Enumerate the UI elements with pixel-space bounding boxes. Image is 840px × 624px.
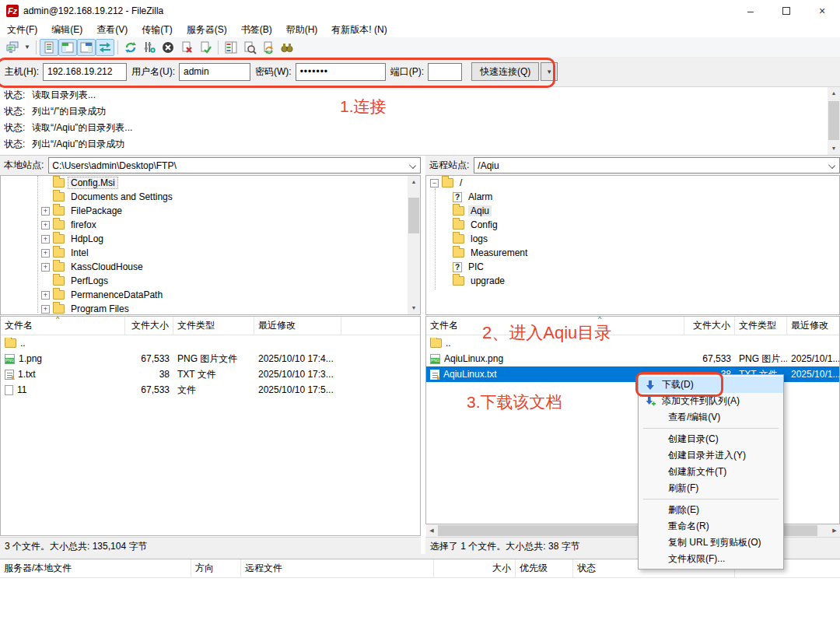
tree-item-program-files[interactable]: +Program Files: [1, 302, 420, 315]
reconnect-icon[interactable]: [196, 39, 215, 56]
file-row[interactable]: 1167,533文件2025/10/10 17:5...: [1, 382, 420, 398]
tree-expander-icon[interactable]: +: [41, 249, 50, 258]
username-input[interactable]: [179, 63, 250, 81]
menu-item-7[interactable]: 帮助(H): [279, 22, 325, 37]
tree-item-perflogs[interactable]: PerfLogs: [1, 274, 420, 288]
scroll-thumb[interactable]: [828, 101, 839, 140]
find-files-icon[interactable]: [240, 39, 259, 56]
chevron-down-icon: [409, 162, 416, 169]
scroll-down-icon[interactable]: ▼: [408, 302, 420, 314]
queue-column-5[interactable]: 优先级: [516, 559, 573, 577]
context-menu-item-12[interactable]: 复制 URL 到剪贴板(O): [639, 535, 783, 551]
scroll-thumb[interactable]: [408, 198, 419, 233]
tree-item-alarm[interactable]: ?Alarm: [426, 190, 839, 204]
maximize-button[interactable]: [768, 0, 804, 22]
minimize-button[interactable]: –: [733, 0, 768, 22]
file-row[interactable]: 1.png67,533PNG 图片文件2025/10/10 17:4...: [1, 351, 420, 366]
toggle-message-log-icon[interactable]: [40, 39, 58, 56]
scroll-left-icon[interactable]: ◀: [426, 524, 437, 537]
context-menu-item-8[interactable]: 刷新(F): [639, 480, 783, 496]
close-button[interactable]: ×: [804, 0, 840, 22]
tree-expander-icon[interactable]: −: [430, 179, 439, 188]
quickconnect-dropdown-button[interactable]: ▼: [541, 62, 558, 81]
context-menu-item-label: 文件权限(F)...: [668, 552, 725, 566]
local-tree-scrollbar[interactable]: ▲ ▼: [408, 176, 420, 314]
context-menu-item-13[interactable]: 文件权限(F)...: [639, 551, 783, 567]
context-menu-item-10[interactable]: 删除(E): [639, 502, 783, 518]
remote-site-combo[interactable]: /Aqiu: [474, 157, 840, 174]
tree-item-config[interactable]: Config: [426, 218, 839, 232]
tree-expander-icon[interactable]: +: [41, 263, 50, 272]
context-menu-item-1[interactable]: 下载(D): [639, 377, 783, 393]
column-header-2[interactable]: 文件大小: [684, 317, 735, 335]
message-log-scrollbar[interactable]: ▲ ▼: [828, 87, 840, 155]
scroll-down-icon[interactable]: ▼: [828, 142, 840, 155]
menu-item-1[interactable]: 文件(F): [0, 22, 44, 37]
menu-item-5[interactable]: 服务器(S): [180, 22, 234, 37]
column-header-2[interactable]: 文件大小: [125, 317, 173, 335]
tree-expander-icon[interactable]: +: [41, 305, 50, 314]
menu-item-4[interactable]: 传输(T): [135, 22, 179, 37]
tree-item-pic[interactable]: ?PIC: [426, 260, 839, 274]
tree-item-hdplog[interactable]: +HdpLog: [1, 232, 420, 246]
tree-item-firefox[interactable]: +firefox: [1, 218, 420, 232]
refresh-icon[interactable]: [121, 39, 140, 56]
queue-column-2[interactable]: 方向: [191, 559, 241, 577]
toggle-transfer-queue-icon[interactable]: [96, 39, 114, 56]
tree-item-aqiu[interactable]: Aqiu: [426, 204, 839, 218]
tree-item-filepackage[interactable]: +FilePackage: [1, 204, 420, 218]
file-row[interactable]: AqiuLinux.png67,533PNG 图片...2025/10/1...: [426, 351, 839, 366]
toggle-local-tree-icon[interactable]: [58, 39, 77, 56]
tree-expander-icon[interactable]: +: [41, 221, 50, 230]
scroll-right-icon[interactable]: ▶: [829, 524, 840, 537]
context-menu-item-3[interactable]: 查看/编辑(V): [639, 409, 783, 426]
tree-item-kasscloudhouse[interactable]: +KassCloudHouse: [1, 260, 420, 274]
directory-compare-icon[interactable]: [222, 39, 240, 56]
context-menu-item-2[interactable]: 添加文件到队列(A): [639, 393, 783, 409]
password-input[interactable]: [296, 63, 386, 81]
scroll-up-icon[interactable]: ▲: [408, 176, 420, 188]
process-queue-icon[interactable]: [140, 39, 159, 56]
tree-item--[interactable]: −/: [426, 176, 839, 190]
context-menu-item-11[interactable]: 重命名(R): [639, 518, 783, 535]
file-row[interactable]: ..: [1, 335, 420, 351]
context-menu-item-6[interactable]: 创建目录并进入(Y): [639, 447, 783, 464]
site-manager-dropdown[interactable]: ▼: [22, 39, 33, 56]
search-files-icon[interactable]: [278, 39, 296, 56]
context-menu-item-7[interactable]: 创建新文件(T): [639, 464, 783, 480]
port-input[interactable]: [428, 63, 462, 81]
tree-item-logs[interactable]: logs: [426, 232, 839, 246]
menu-item-2[interactable]: 编辑(E): [44, 22, 89, 37]
tree-item-documents-and-settings[interactable]: Documents and Settings: [1, 190, 420, 204]
file-row[interactable]: 1.txt38TXT 文件2025/10/10 17:3...: [1, 366, 420, 382]
tree-item-intel[interactable]: +Intel: [1, 246, 420, 260]
column-header-3[interactable]: 文件类型: [173, 317, 254, 335]
tree-item-measurement[interactable]: Measurement: [426, 246, 839, 260]
menu-item-8[interactable]: 有新版本! (N): [324, 22, 394, 37]
queue-column-1[interactable]: 服务器/本地文件: [0, 559, 191, 577]
column-header-4[interactable]: 最近修改: [787, 317, 840, 335]
queue-column-4[interactable]: 大小: [434, 559, 516, 577]
queue-column-3[interactable]: 远程文件: [241, 559, 434, 577]
tree-expander-icon[interactable]: +: [41, 207, 50, 216]
scroll-up-icon[interactable]: ▲: [828, 87, 840, 100]
host-input[interactable]: [43, 63, 127, 81]
cancel-icon[interactable]: [159, 39, 177, 56]
synchronized-browsing-icon[interactable]: [259, 39, 278, 56]
menu-item-6[interactable]: 书签(B): [234, 22, 279, 37]
column-header-3[interactable]: 文件类型: [735, 317, 787, 335]
context-menu-item-5[interactable]: 创建目录(C): [639, 431, 783, 447]
tree-item-config-msi[interactable]: Config.Msi: [1, 176, 420, 190]
site-manager-icon[interactable]: [3, 39, 22, 56]
tree-expander-icon[interactable]: +: [41, 291, 50, 300]
column-header-4[interactable]: 最近修改: [254, 317, 341, 335]
toggle-remote-tree-icon[interactable]: [77, 39, 96, 56]
menu-item-3[interactable]: 查看(V): [89, 22, 135, 37]
tree-expander-icon[interactable]: +: [41, 235, 50, 244]
tree-item-upgrade[interactable]: upgrade: [426, 274, 839, 288]
tree-item-permanencedatapath[interactable]: +PermanenceDataPath: [1, 288, 420, 302]
quickconnect-button[interactable]: 快速连接(Q): [471, 62, 539, 81]
column-header-1[interactable]: 文件名: [1, 317, 125, 335]
local-site-combo[interactable]: C:\Users\admin\Desktop\FTP\: [48, 157, 421, 174]
disconnect-icon[interactable]: [177, 39, 196, 56]
